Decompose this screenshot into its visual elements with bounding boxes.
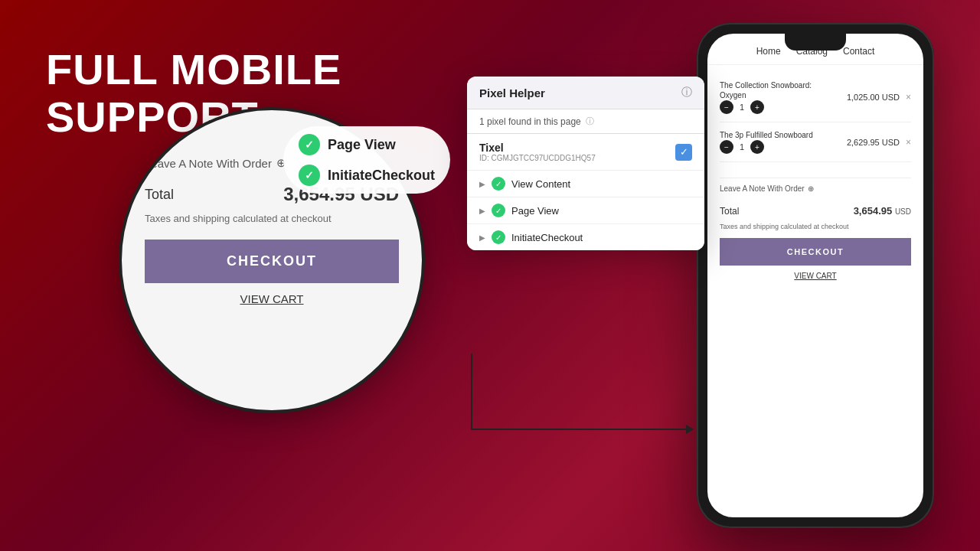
event-label-2: Page View xyxy=(511,205,559,217)
zoom-note-label: Leave A Note With Order xyxy=(145,157,272,170)
product-item-1: The Collection Snowboard: Oxygen − 1 + 1… xyxy=(720,73,911,122)
zoom-tax-note: Taxes and shipping calculated at checkou… xyxy=(145,213,399,224)
badge-label-2: InitiateCheckout xyxy=(328,168,435,184)
check-circle-icon-2: ✓ xyxy=(299,165,320,186)
event-page-view[interactable]: ▶ ✓ Page View xyxy=(467,197,704,223)
badge-page-view: ✓ Page View xyxy=(299,134,435,155)
arrow-horizontal xyxy=(471,429,689,430)
event-label-3: InitiateCheckout xyxy=(511,232,583,243)
qty-decrease-2[interactable]: − xyxy=(720,140,733,154)
total-label: Total xyxy=(720,206,739,217)
product-name-2: The 3p Fulfilled Snowboard xyxy=(720,130,813,140)
phone-screen: Home Catalog Contact The Collection Snow… xyxy=(707,34,923,517)
total-currency: USD xyxy=(895,207,911,216)
event-label-1: View Content xyxy=(511,178,570,190)
badge-initiate-checkout: ✓ InitiateCheckout xyxy=(299,165,435,186)
total-row: Total 3,654.95 USD xyxy=(720,199,911,223)
nav-home[interactable]: Home xyxy=(756,46,781,57)
event-check-icon-2: ✓ xyxy=(492,204,505,217)
pixel-helper-header: Pixel Helper ⓘ xyxy=(467,77,704,109)
zoom-total-label: Total xyxy=(145,187,174,203)
nav-contact[interactable]: Contact xyxy=(843,46,874,57)
total-amount: 3,654.95 USD xyxy=(854,205,911,217)
pixel-events-list: ▶ ✓ View Content ▶ ✓ Page View ▶ ✓ Initi… xyxy=(467,170,704,250)
phone-footer: Leave A Note With Order ⊕ Total 3,654.95… xyxy=(707,170,923,288)
qty-increase-2[interactable]: + xyxy=(750,140,764,154)
tixel-row: Tixel ID: CGMJGTCC97UCDDG1HQ57 ✓ xyxy=(467,134,704,170)
phone-checkout-button[interactable]: CHECKOUT xyxy=(720,238,911,266)
product-controls-2: − 1 + xyxy=(720,140,813,154)
note-chevron-icon: ⊕ xyxy=(808,184,814,193)
event-arrow-icon-2: ▶ xyxy=(479,207,485,215)
remove-product-2[interactable]: × xyxy=(906,137,911,148)
zoom-badges: ✓ Page View ✓ InitiateCheckout xyxy=(283,126,450,194)
event-check-icon-1: ✓ xyxy=(492,177,505,191)
event-arrow-icon-3: ▶ xyxy=(479,233,485,242)
qty-value-1: 1 xyxy=(737,103,747,112)
pixel-helper-title: Pixel Helper xyxy=(479,86,545,99)
event-arrow-icon-1: ▶ xyxy=(479,180,485,188)
phone-products: The Collection Snowboard: Oxygen − 1 + 1… xyxy=(707,65,923,170)
product-controls-1: − 1 + xyxy=(720,100,819,114)
remove-product-1[interactable]: × xyxy=(906,92,911,103)
product-item-2: The 3p Fulfilled Snowboard − 1 + 2,629.9… xyxy=(720,122,911,162)
zoom-view-cart-link[interactable]: VIEW CART xyxy=(145,292,399,305)
tixel-id: ID: CGMJGTCC97UCDDG1HQ57 xyxy=(479,154,596,162)
tixel-name: Tixel xyxy=(479,142,596,154)
headline-line1: FULL MOBILE xyxy=(46,46,341,93)
phone-view-cart-link[interactable]: VIEW CART xyxy=(720,272,911,280)
arrow-vertical xyxy=(471,354,472,430)
phone-notch xyxy=(785,34,846,51)
qty-value-2: 1 xyxy=(737,142,747,152)
note-row: Leave A Note With Order ⊕ xyxy=(720,178,911,199)
check-circle-icon-1: ✓ xyxy=(299,134,320,155)
event-check-icon-3: ✓ xyxy=(492,230,505,244)
tixel-checkbox[interactable]: ✓ xyxy=(675,144,692,161)
pixel-info-icon[interactable]: ⓘ xyxy=(681,86,692,99)
product-price-2: 2,629.95 USD xyxy=(847,138,900,147)
phone-mockup: Home Catalog Contact The Collection Snow… xyxy=(697,23,934,528)
qty-increase-1[interactable]: + xyxy=(750,100,764,114)
tax-note: Taxes and shipping calculated at checkou… xyxy=(720,223,911,230)
product-name-1: The Collection Snowboard: Oxygen xyxy=(720,80,819,100)
event-initiate-checkout[interactable]: ▶ ✓ InitiateCheckout xyxy=(467,223,704,250)
badge-label-1: Page View xyxy=(328,137,396,153)
pixel-found-row: 1 pixel found in this page ⓘ xyxy=(467,109,704,134)
event-view-content[interactable]: ▶ ✓ View Content xyxy=(467,170,704,197)
pixel-found-info-icon[interactable]: ⓘ xyxy=(586,116,594,127)
zoom-checkout-button[interactable]: CHECKOUT xyxy=(145,240,399,283)
note-label: Leave A Note With Order xyxy=(720,184,805,193)
product-price-1: 1,025.00 USD xyxy=(847,93,900,102)
pixel-helper-popup: Pixel Helper ⓘ 1 pixel found in this pag… xyxy=(467,77,704,250)
qty-decrease-1[interactable]: − xyxy=(720,100,733,114)
pixel-found-text: 1 pixel found in this page xyxy=(479,116,581,127)
